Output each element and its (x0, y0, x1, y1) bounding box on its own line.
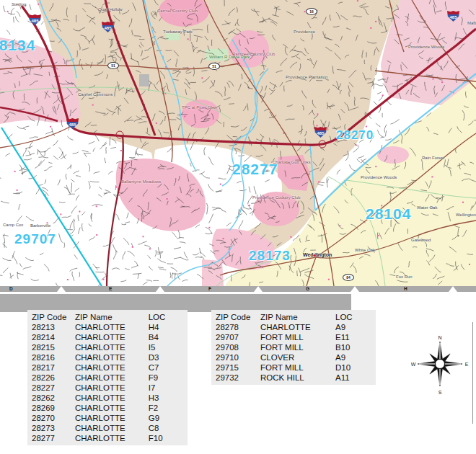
ruler-notch (57, 286, 66, 292)
ruler-grid-letter: E (109, 286, 112, 292)
zip-code-label: 28134 (0, 37, 35, 54)
place-label: Providence Woods (361, 175, 397, 179)
table-row: 28213CHARLOTTEH4 (32, 322, 183, 332)
map-area: 281342827028277281042817329707SterlingQu… (0, 0, 476, 286)
route-marker-icon: 51 (208, 63, 220, 70)
interstate-shield-icon: 485 (314, 127, 327, 138)
table-header-row: ZIP Code ZIP Name LOC (216, 312, 371, 322)
place-label: Camp Cox (3, 223, 23, 227)
compass-hub (436, 360, 445, 369)
place-label: Providence Country Club (252, 195, 301, 200)
table-row: 29707FORT MILLE11 (216, 332, 371, 342)
ruler-notch (156, 286, 164, 292)
place-label: Ballantyne Meadows (121, 179, 161, 184)
place-label: Providence (294, 30, 315, 34)
table-row: 28273CHARLOTTEC8 (32, 423, 183, 433)
table-row: 28214CHARLOTTEB4 (32, 332, 183, 342)
table-row: 29715FORT MILLD10 (216, 362, 371, 373)
zip-table-left: ZIP Code ZIP Name LOC 28213CHARLOTTEH428… (27, 310, 188, 445)
place-label: William R Davie Park (209, 55, 250, 59)
interstate-shield-icon: 485 (102, 22, 114, 32)
compass-east-label: E (465, 362, 469, 367)
table-row: 28262CHARLOTTEH3 (32, 393, 183, 403)
place-label: Quail Hollow (98, 7, 123, 12)
zip-code-label: 28104 (366, 205, 411, 223)
map-grid-ruler: DEFGH (0, 286, 476, 292)
zip-code-label: 28173 (249, 248, 291, 264)
ruler-notch (449, 286, 457, 292)
place-label: Water Oak (417, 205, 437, 210)
place-label: Carmel Country Club (157, 9, 198, 13)
route-marker-icon: 51 (107, 62, 119, 69)
ruler-grid-letter: F (208, 286, 211, 292)
place-label: Gatewood (411, 238, 431, 242)
place-label: Rain Forest (422, 156, 444, 160)
compass-south-label: S (438, 390, 442, 395)
place-label: Barberville (30, 223, 50, 228)
table-row: 28215CHARLOTTEI5 (32, 342, 183, 352)
table-row: 28269CHARLOTTEF2 (32, 403, 183, 413)
place-label: Matthews (467, 21, 476, 25)
interstate-shield-icon: 485 (29, 14, 41, 25)
ruler-notch (351, 286, 359, 292)
route-marker-icon: 84 (343, 274, 354, 281)
table-row: 28217CHARLOTTEC7 (32, 362, 183, 373)
table-row: 29710CLOVERA9 (216, 352, 371, 362)
col-header-zip-name: ZIP Name (75, 312, 149, 322)
place-label: White Oak (355, 248, 375, 252)
col-header-zip-name: ZIP Name (260, 312, 335, 322)
table-row: 28226CHARLOTTEF9 (32, 373, 183, 383)
ruler-grid-letter: D (9, 286, 13, 292)
place-label: Tuckaway Park (163, 30, 193, 34)
ruler-grid-letter: H (404, 286, 407, 292)
compass-west-label: W (411, 362, 416, 367)
place-label: Weddington (303, 252, 332, 257)
place-label: TPC at Piper Glen (182, 105, 217, 110)
interstate-shield-icon: 485 (66, 118, 79, 129)
place-label: Fox Run (396, 275, 413, 279)
zip-code-label: 28270 (336, 128, 374, 143)
route-marker-icon: 16 (306, 8, 317, 15)
col-header-zip-code: ZIP Code (32, 312, 75, 322)
place-label: Providence Woods (408, 45, 444, 49)
col-header-zip-code: ZIP Code (216, 312, 260, 322)
table-row: 29708FORT MILLB10 (216, 342, 371, 352)
town-star-icon: ★ (312, 253, 317, 258)
table-row: 29732ROCK HILLA11 (216, 373, 371, 383)
table-row: 28277CHARLOTTEF10 (32, 433, 183, 443)
ruler-notch (254, 286, 263, 292)
table-header-row: ZIP Code ZIP Name LOC (32, 312, 183, 322)
place-label: Wellington (456, 213, 476, 217)
table-row: 28270CHARLOTTEG9 (32, 413, 183, 423)
panel-edge-line (472, 322, 473, 424)
place-label: Carmel Commons (78, 92, 113, 97)
compass-north-label: N (438, 335, 441, 340)
table-row: 28278CHARLOTTEA9 (216, 322, 371, 332)
place-label: Sterling (12, 2, 26, 6)
interstate-shield-icon: 485 (447, 11, 459, 22)
col-header-loc: LOC (149, 312, 183, 322)
place-label: Charlotte Golf Links (273, 160, 311, 164)
zip-code-label: 29707 (14, 231, 56, 247)
col-header-loc: LOC (335, 312, 371, 322)
map-label-layer: 281342827028277281042817329707SterlingQu… (0, 0, 476, 286)
place-label: Providence Plantation (286, 75, 327, 79)
zip-code-map-page: 281342827028277281042817329707SterlingQu… (0, 0, 476, 454)
zip-table-right: ZIP Code ZIP Name LOC 28278CHARLOTTEA929… (211, 310, 376, 385)
zip-code-label: 28277 (232, 161, 278, 178)
compass-rose: N S E W (411, 333, 472, 398)
table-row: 28227CHARLOTTEI7 (32, 383, 183, 393)
ruler-grid-letter: G (306, 286, 309, 292)
table-row: 28216CHARLOTTED3 (32, 352, 183, 362)
